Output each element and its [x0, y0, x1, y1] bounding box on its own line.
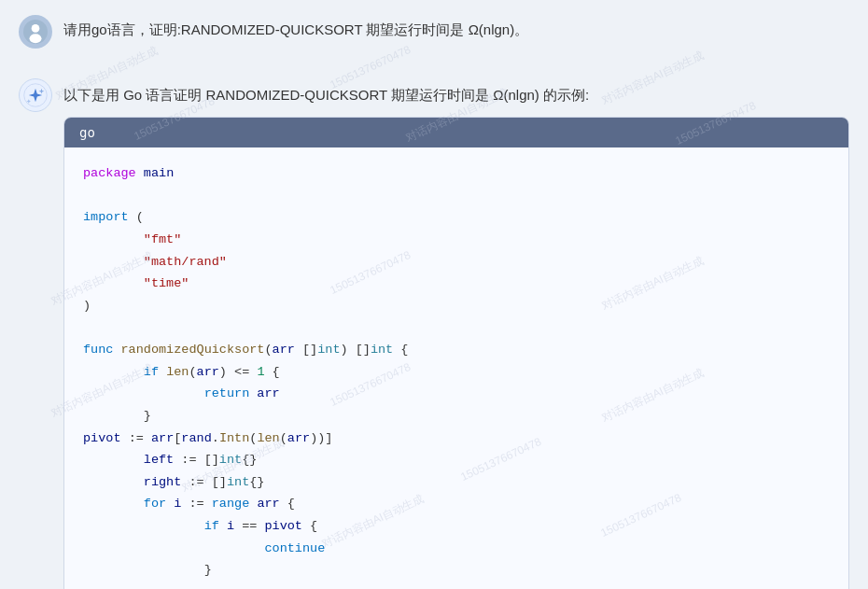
- ai-avatar: [19, 78, 52, 112]
- user-avatar: [19, 15, 52, 49]
- svg-point-1: [32, 24, 40, 33]
- user-message-content: 请用go语言，证明:RANDOMIZED-QUICKSORT 期望运行时间是 Ω…: [63, 15, 849, 41]
- svg-point-2: [30, 34, 42, 43]
- assistant-message-row: 以下是用 Go 语言证明 RANDOMIZED-QUICKSORT 期望运行时间…: [0, 63, 868, 589]
- code-block-header: go: [64, 118, 848, 147]
- assistant-message-content: 以下是用 Go 语言证明 RANDOMIZED-QUICKSORT 期望运行时间…: [63, 78, 849, 589]
- user-message-text: 请用go语言，证明:RANDOMIZED-QUICKSORT 期望运行时间是 Ω…: [63, 21, 528, 37]
- code-lang-label: go: [79, 125, 95, 140]
- code-block-wrapper: go package main import ( "fmt" "math/ran…: [63, 117, 849, 589]
- code-block-body[interactable]: package main import ( "fmt" "math/rand" …: [64, 147, 848, 589]
- chat-container: 对话内容由AI自动生成 15051376670478 对话内容由AI自动生成 1…: [0, 0, 868, 589]
- assistant-intro-text: 以下是用 Go 语言证明 RANDOMIZED-QUICKSORT 期望运行时间…: [63, 82, 849, 107]
- code-content: package main import ( "fmt" "math/rand" …: [83, 162, 830, 582]
- user-message-row: 请用go语言，证明:RANDOMIZED-QUICKSORT 期望运行时间是 Ω…: [0, 0, 868, 63]
